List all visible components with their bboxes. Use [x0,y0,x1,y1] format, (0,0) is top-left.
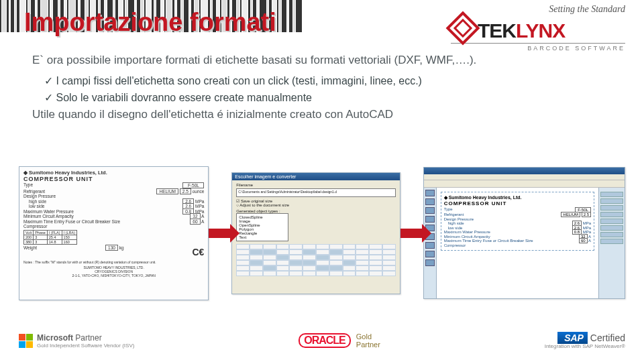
logo-subtitle: BARCODE SOFTWARE [451,43,625,52]
label-preview: ◆ Sumitomo Heavy Industries, Ltd. COMPRE… [441,192,594,251]
util-text: Utile quando il disegno dell'etichetta é… [32,107,582,123]
oracle-partner-badge: ORACLE GoldPartner [299,333,380,349]
adjust-size-radio[interactable]: Adjust to the document size [236,203,395,207]
label-editor-figure: ◆ Sumitomo Heavy Industries, Ltd. COMPRE… [423,167,625,299]
arrow-icon [209,229,231,238]
logo-tagline: Setting the Standard [451,4,625,15]
diamond-icon [446,11,480,46]
right-panel [598,188,625,298]
editor-canvas[interactable]: ◆ Sumitomo Heavy Industries, Ltd. COMPRE… [437,188,598,298]
microsoft-logo-icon [19,334,33,348]
app-titlebar [424,168,625,174]
spec-sheet-figure: ◆ Sumitomo Heavy Industries, Ltd. COMPRE… [19,166,209,300]
app-toolbar [424,180,625,188]
intro-text: E` ora possibile importare formati di et… [32,52,582,69]
slide-body: E` ora possibile importare formati di et… [32,52,582,127]
left-toolbox [424,188,437,298]
footer-partners: Microsoft Microsoft PartnerPartner Gold … [0,323,644,358]
compressor-table: VoltPhaseI (FLA)I (LRA) 200325.4150 3803… [23,230,77,245]
filename-input[interactable]: C:\Documents and Settings\Administrator\… [236,188,395,197]
figure-row: ◆ Sumitomo Heavy Industries, Ltd. COMPRE… [19,161,625,305]
logo-brand: TEKLYNX [451,16,625,40]
preview-grid [236,244,395,276]
teklynx-logo: Setting the Standard TEKLYNX BARCODE SOF… [451,4,625,52]
slide-title: Importazione formati [24,8,276,37]
sap-certified-badge: SAP Certified Integration with SAP NetWe… [545,333,625,349]
bullet-2: Solo le variabili dovranno essere create… [44,90,582,105]
dialog-titlebar: Escolher imagem e converter [232,173,399,180]
microsoft-partner-badge: Microsoft Microsoft PartnerPartner Gold … [19,333,134,349]
arrow-icon [400,229,423,238]
bullet-1: I campi fissi dell'etichetta sono creati… [44,73,582,88]
app-menubar [424,174,625,180]
save-original-checkbox[interactable]: Save original size [236,198,395,203]
import-dialog-figure: Escolher imagem e converter Filename C:\… [231,172,400,294]
